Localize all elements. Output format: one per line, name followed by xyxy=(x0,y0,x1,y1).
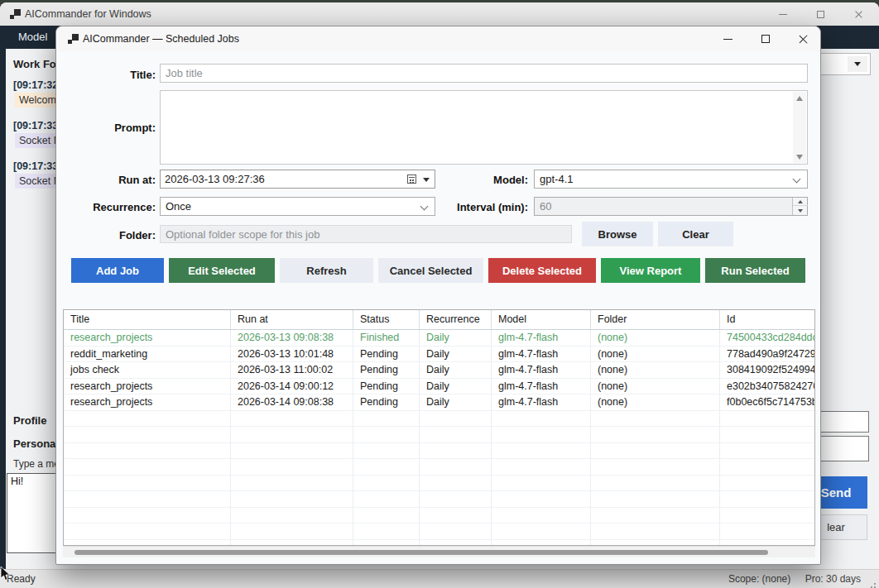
empty-cell xyxy=(720,491,815,507)
scrollbar-thumb[interactable] xyxy=(74,550,768,555)
empty-cell xyxy=(492,427,591,442)
column-header-folder[interactable]: Folder xyxy=(591,310,720,329)
job-row[interactable]: reddit_marketing2026-03-13 10:01:48Pendi… xyxy=(64,347,814,363)
empty-cell xyxy=(492,508,591,523)
empty-cell xyxy=(720,476,815,491)
edit-selected-button[interactable]: Edit Selected xyxy=(169,258,275,283)
dialog-maximize-button[interactable] xyxy=(749,27,782,50)
folder-input[interactable] xyxy=(160,225,572,243)
folder-clear-button[interactable]: Clear xyxy=(658,222,733,246)
empty-row xyxy=(64,491,814,508)
prompt-scrollbar[interactable] xyxy=(793,92,806,163)
spin-down-icon[interactable] xyxy=(793,207,808,215)
main-titlebar[interactable]: AICommander for Windows xyxy=(0,2,879,26)
empty-cell xyxy=(231,411,353,427)
jobs-table-header: Title Run at Status Recurrence Model Fol… xyxy=(64,310,814,330)
menu-item-model[interactable]: Model xyxy=(13,26,52,49)
empty-cell xyxy=(64,427,231,442)
empty-cell xyxy=(64,508,231,523)
empty-row xyxy=(64,523,814,540)
empty-cell xyxy=(492,476,591,491)
job-row[interactable]: jobs check2026-03-13 11:00:02PendingDail… xyxy=(64,362,814,379)
cell-title: research_projects xyxy=(64,330,231,346)
column-header-run-at[interactable]: Run at xyxy=(231,310,353,329)
recurrence-value: Once xyxy=(166,200,191,213)
maximize-icon xyxy=(761,35,770,43)
cell-run_at: 2026-03-14 09:08:38 xyxy=(231,394,353,410)
dropdown-button[interactable] xyxy=(848,56,867,72)
interval-value: 60 xyxy=(540,200,551,213)
resize-grip-icon[interactable] xyxy=(874,583,876,585)
cell-recurrence: Daily xyxy=(420,362,492,378)
cell-run_at: 2026-03-14 09:00:12 xyxy=(231,379,353,394)
recurrence-combobox[interactable]: Once xyxy=(160,197,435,216)
chevron-down-icon xyxy=(793,175,801,184)
column-header-recurrence[interactable]: Recurrence xyxy=(420,310,492,329)
minimize-button[interactable] xyxy=(766,2,800,26)
horizontal-scrollbar[interactable] xyxy=(63,546,815,557)
empty-cell xyxy=(591,427,720,442)
scroll-up-icon[interactable] xyxy=(793,92,806,104)
cell-run_at: 2026-03-13 10:01:48 xyxy=(231,347,353,362)
empty-cell xyxy=(420,491,492,507)
empty-cell xyxy=(420,443,492,459)
close-button[interactable] xyxy=(841,2,876,26)
interval-label: Interval (min): xyxy=(429,201,528,213)
prompt-textarea[interactable] xyxy=(160,90,808,165)
folder-label: Folder: xyxy=(56,229,156,241)
close-icon xyxy=(854,10,863,19)
column-header-model[interactable]: Model xyxy=(492,310,591,329)
delete-selected-button[interactable]: Delete Selected xyxy=(488,258,596,283)
scroll-down-icon[interactable] xyxy=(793,151,806,163)
empty-cell xyxy=(64,523,231,539)
browse-button[interactable]: Browse xyxy=(582,222,653,246)
dialog-titlebar[interactable]: AICommander — Scheduled Jobs xyxy=(56,26,820,51)
empty-cell xyxy=(353,459,420,475)
empty-cell xyxy=(64,411,231,427)
cell-model: glm-4.7-flash xyxy=(492,379,591,394)
dialog-app-icon xyxy=(68,34,79,45)
empty-cell xyxy=(231,523,353,539)
column-header-title[interactable]: Title xyxy=(64,310,231,329)
run-selected-button[interactable]: Run Selected xyxy=(705,258,805,283)
run-at-value: 2026-03-13 09:27:36 xyxy=(165,173,265,185)
add-job-button[interactable]: Add Job xyxy=(71,258,164,283)
interval-spinner[interactable]: 60 xyxy=(534,197,808,216)
log-timestamp: [09:17:33] xyxy=(13,120,61,131)
empty-cell xyxy=(492,540,591,547)
empty-row xyxy=(64,508,814,524)
job-row[interactable]: research_projects2026-03-14 09:00:12Pend… xyxy=(64,379,814,395)
run-at-datepicker[interactable]: 2026-03-13 09:27:36 xyxy=(160,170,435,189)
minimize-icon xyxy=(723,39,732,40)
job-title-input[interactable] xyxy=(160,64,808,83)
empty-cell xyxy=(64,443,231,459)
job-row[interactable]: research_projects2026-03-14 09:08:38Pend… xyxy=(64,394,814,411)
cell-folder: (none) xyxy=(591,362,720,378)
status-scope: Scope: (none) xyxy=(728,573,790,585)
empty-cell xyxy=(231,540,353,547)
cancel-selected-button[interactable]: Cancel Selected xyxy=(378,258,483,283)
job-row[interactable]: research_projects2026-03-13 09:08:38Fini… xyxy=(64,330,814,347)
cell-recurrence: Daily xyxy=(420,347,492,362)
model-value: gpt-4.1 xyxy=(540,173,573,185)
column-header-id[interactable]: Id xyxy=(720,310,815,329)
cell-title: reddit_marketing xyxy=(64,347,231,362)
maximize-button[interactable] xyxy=(803,2,838,26)
empty-cell xyxy=(720,508,815,523)
model-combobox[interactable]: gpt-4.1 xyxy=(534,170,808,189)
column-header-status[interactable]: Status xyxy=(353,310,420,329)
left-edge-strip xyxy=(0,26,6,569)
empty-cell xyxy=(420,540,492,547)
empty-cell xyxy=(420,459,492,475)
cell-recurrence: Daily xyxy=(420,379,492,394)
profile-label: Profile xyxy=(13,414,46,427)
spinner-buttons[interactable] xyxy=(792,198,807,215)
refresh-button[interactable]: Refresh xyxy=(280,258,373,283)
dialog-minimize-button[interactable] xyxy=(711,27,744,50)
dialog-close-button[interactable] xyxy=(786,27,819,50)
view-report-button[interactable]: View Report xyxy=(601,258,700,283)
spin-up-icon[interactable] xyxy=(793,198,808,206)
empty-cell xyxy=(231,508,353,523)
calendar-icon xyxy=(407,174,416,184)
empty-cell xyxy=(420,411,492,427)
